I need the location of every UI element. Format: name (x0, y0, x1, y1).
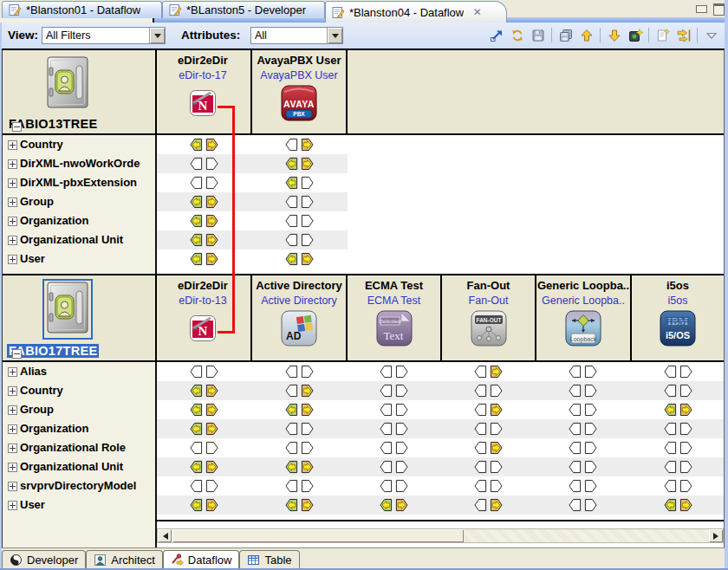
tab-developer[interactable]: Developer (2, 550, 86, 568)
flow-cell[interactable] (378, 384, 409, 398)
editor-tab-blanston5[interactable]: *BLanston5 - Developer (162, 1, 325, 18)
flow-cell[interactable] (472, 365, 504, 379)
delimited-text-icon[interactable]: DelimitedText (376, 310, 413, 347)
flow-cell[interactable] (188, 498, 219, 512)
flow-cell[interactable] (283, 138, 315, 152)
flow-cell[interactable] (188, 195, 219, 209)
move-down-icon[interactable] (604, 25, 624, 45)
chevron-down-icon[interactable] (327, 28, 342, 43)
flow-cell[interactable] (378, 498, 409, 512)
scrollbar-thumb[interactable] (172, 529, 464, 542)
expand-icon[interactable] (8, 140, 17, 150)
maximize-view-icon[interactable] (713, 3, 725, 16)
flow-cell[interactable] (283, 252, 315, 266)
expand-icon[interactable] (8, 405, 17, 415)
flow-cell[interactable] (283, 233, 315, 247)
flow-cell[interactable] (283, 157, 315, 171)
flow-cell[interactable] (283, 498, 315, 512)
flow-cell[interactable] (662, 422, 693, 436)
expand-icon[interactable] (8, 255, 17, 264)
collapse-icon[interactable] (12, 122, 22, 132)
novell-edirectory-icon[interactable]: N (190, 90, 216, 116)
avaya-pbx-icon[interactable]: AVAYAPBX (281, 85, 317, 121)
flow-cell[interactable] (472, 384, 504, 398)
flow-cell[interactable] (472, 422, 504, 436)
flow-cell[interactable] (378, 403, 409, 417)
edirectory-tree-icon[interactable] (44, 281, 91, 338)
tab-table[interactable]: Table (239, 550, 299, 568)
flow-cell[interactable] (283, 384, 315, 398)
connector-link[interactable]: Fan-Out (442, 295, 535, 307)
connector-link[interactable]: eDir-to-17 (155, 69, 250, 81)
flow-cell[interactable] (188, 365, 219, 379)
flow-cell[interactable] (188, 233, 219, 247)
flow-cell[interactable] (567, 384, 598, 398)
flow-cell[interactable] (567, 441, 598, 455)
flow-cell[interactable] (662, 403, 693, 417)
flow-cell[interactable] (567, 498, 598, 512)
connector-link[interactable]: Active Directory (252, 295, 346, 307)
expand-icon[interactable] (8, 367, 17, 377)
expand-icon[interactable] (8, 444, 17, 453)
expand-icon[interactable] (8, 501, 17, 510)
flow-cell[interactable] (567, 365, 598, 379)
flow-cell[interactable] (567, 403, 598, 417)
flow-cell[interactable] (188, 422, 219, 436)
flow-cell[interactable] (188, 441, 219, 455)
ibm-i5os-icon[interactable]: IBMi5/OS (660, 310, 696, 347)
flow-cell[interactable] (283, 195, 315, 209)
attributes-select[interactable]: All (250, 27, 343, 44)
flow-cell[interactable] (283, 479, 315, 493)
flow-cell[interactable] (378, 365, 409, 379)
expand-icon[interactable] (8, 198, 17, 207)
flow-cell[interactable] (472, 403, 504, 417)
flow-cell[interactable] (378, 441, 409, 455)
flow-cell[interactable] (662, 479, 693, 493)
flow-cell[interactable] (662, 441, 693, 455)
collapse-icon[interactable] (12, 349, 22, 359)
flow-cell[interactable] (188, 157, 219, 171)
save-icon[interactable] (528, 25, 548, 45)
move-up-icon[interactable] (576, 25, 596, 45)
flow-cell[interactable] (567, 422, 598, 436)
flow-cell[interactable] (188, 252, 219, 266)
expand-icon[interactable] (8, 463, 17, 472)
loopback-icon[interactable]: Loopback (565, 310, 601, 347)
flow-cell[interactable] (378, 460, 409, 474)
flow-cell[interactable] (283, 365, 315, 379)
editor-tab-blanston04[interactable]: *Blanston04 - Dataflow (325, 1, 507, 23)
editor-tab-blanston01[interactable]: *Blanston01 - Dataflow (2, 1, 162, 18)
expand-icon[interactable] (8, 178, 17, 188)
flow-cell[interactable] (472, 441, 504, 455)
flow-cell[interactable] (472, 460, 504, 474)
flow-cell[interactable] (378, 479, 409, 493)
flow-cell[interactable] (662, 384, 693, 398)
update-flows-icon[interactable] (673, 25, 693, 45)
view-menu-icon[interactable] (701, 25, 721, 45)
flow-cell[interactable] (662, 498, 693, 512)
active-directory-icon[interactable]: AD (281, 310, 317, 347)
flow-cell[interactable] (378, 422, 409, 436)
flow-cell[interactable] (283, 403, 315, 417)
flow-cell[interactable] (188, 384, 219, 398)
expand-icon[interactable] (8, 386, 17, 396)
connector-link[interactable]: Generic Loopba.. (536, 295, 630, 307)
minimize-view-icon[interactable] (696, 5, 707, 13)
flow-cell[interactable] (283, 441, 315, 455)
expand-icon[interactable] (8, 482, 17, 491)
flow-cell[interactable] (188, 460, 219, 474)
flow-cell[interactable] (188, 403, 219, 417)
save-all-icon[interactable] (556, 25, 575, 45)
flow-cell[interactable] (188, 479, 219, 493)
flow-cell[interactable] (188, 176, 219, 190)
tab-dataflow[interactable]: Dataflow (163, 550, 240, 568)
add-object-icon[interactable] (625, 25, 645, 45)
flow-cell[interactable] (662, 365, 693, 379)
flow-cell[interactable] (283, 422, 315, 436)
connector-link[interactable]: eDir-to-13 (155, 295, 250, 307)
expand-icon[interactable] (8, 159, 17, 169)
flow-cell[interactable] (283, 214, 315, 228)
expand-icon[interactable] (8, 217, 17, 226)
flow-cell[interactable] (283, 176, 315, 190)
expand-icon[interactable] (8, 236, 17, 245)
